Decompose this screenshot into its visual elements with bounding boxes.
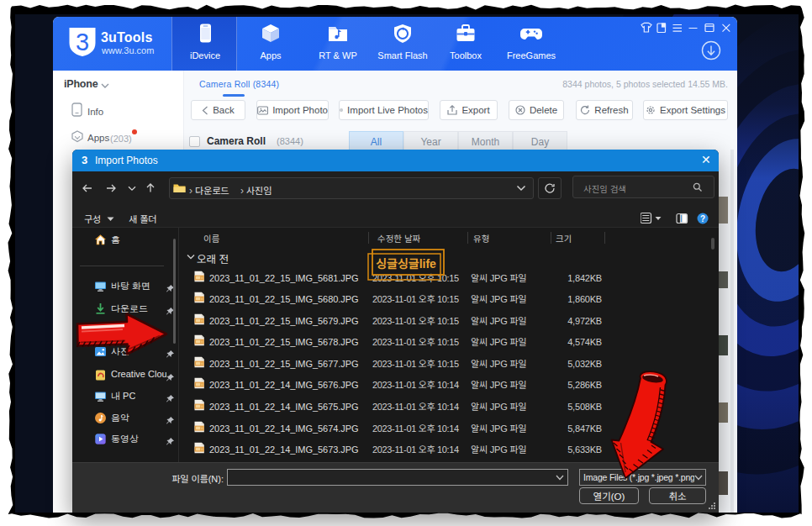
svg-text:?: ? (700, 214, 705, 224)
svg-text:3: 3 (76, 29, 89, 55)
svg-text:싱글싱글life: 싱글싱글life (376, 255, 436, 271)
